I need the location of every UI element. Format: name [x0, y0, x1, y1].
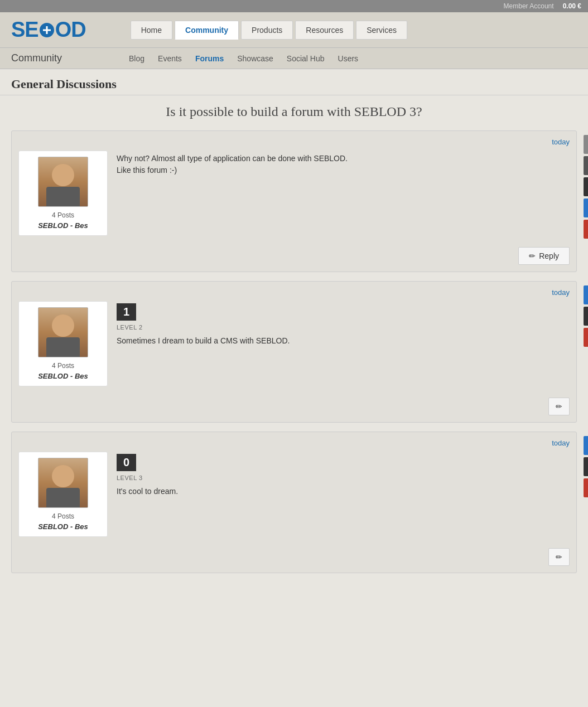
- nav-tab-home[interactable]: Home: [131, 21, 172, 40]
- post-3-edit-pencil-button[interactable]: ✏: [548, 548, 570, 566]
- post-1-bookmark-button[interactable]: ⚑: [584, 156, 588, 175]
- post-3-author-panel: 4 Posts SEBLOD - Bes: [18, 452, 108, 537]
- post-3-delete-button[interactable]: ✕: [584, 478, 588, 497]
- post-1-eye-button[interactable]: ◉: [584, 177, 588, 196]
- post-3-content: 0 Level 3 It's cool to dream.: [117, 452, 570, 537]
- post-3-eye-button[interactable]: ◉: [584, 457, 588, 476]
- post-2-delete-button[interactable]: ✕: [584, 328, 588, 347]
- post-3-date: today: [18, 439, 570, 447]
- post-1-footer: ✏ Reply: [18, 243, 570, 265]
- sub-nav-users[interactable]: Users: [338, 54, 359, 63]
- post-1-edit-button[interactable]: ✎: [584, 198, 588, 217]
- page-content: General Discussions Is it possible to bu…: [0, 69, 588, 707]
- nav-tab-community[interactable]: Community: [175, 21, 239, 40]
- post-2-author-panel: 4 Posts SEBLOD - Bes: [18, 301, 108, 386]
- top-bar: Member Account 0.00 €: [0, 0, 588, 12]
- post-card-2: today 4 Posts SEBLOD - Bes 1 Level 2: [11, 281, 577, 423]
- post-2-edit-button[interactable]: ✎: [584, 285, 588, 304]
- sub-nav-forums[interactable]: Forums: [195, 54, 224, 63]
- post-2-footer: ✏: [18, 393, 570, 415]
- post-1-body: 4 Posts SEBLOD - Bes Why not? Almost all…: [18, 151, 570, 236]
- post-1-text-line2: Like this forum :-): [117, 164, 570, 176]
- logo-icon: [40, 23, 54, 37]
- post-3-side-actions: ✎ ◉ ✕: [584, 436, 588, 497]
- post-3-footer: ✏: [18, 544, 570, 566]
- nav-tab-products[interactable]: Products: [241, 21, 293, 40]
- post-1-date: today: [18, 138, 570, 146]
- sub-nav-title: Community: [11, 52, 62, 64]
- post-2-level-label: Level 2: [117, 324, 570, 331]
- post-1-author-name: SEBLOD - Bes: [38, 221, 88, 230]
- balance-display: 0.00 €: [563, 2, 581, 10]
- post-1-avatar-face: [38, 157, 88, 206]
- post-3-author-name: SEBLOD - Bes: [38, 522, 88, 531]
- section-title: General Discussions: [0, 69, 588, 95]
- sub-nav-showcase[interactable]: Showcase: [237, 54, 273, 63]
- post-1-content: Why not? Almost all type of application …: [117, 151, 570, 236]
- post-3-body: 4 Posts SEBLOD - Bes 0 Level 3 It's cool…: [18, 452, 570, 537]
- post-2-side-actions: ✎ ◉ ✕: [584, 285, 588, 347]
- nav-tab-services[interactable]: Services: [356, 21, 407, 40]
- site-logo[interactable]: SEOD: [11, 18, 86, 42]
- post-3-text: It's cool to dream.: [117, 486, 570, 497]
- post-2-avatar: [38, 307, 88, 357]
- post-2-level-badge: 1: [117, 303, 136, 321]
- nav-tab-resources[interactable]: Resources: [295, 21, 354, 40]
- logo-text-se: SE: [11, 18, 38, 42]
- post-3-level-badge: 0: [117, 454, 136, 471]
- sub-nav-links: Blog Events Forums Showcase Social Hub U…: [129, 54, 358, 63]
- post-1-author-posts: 4 Posts: [52, 211, 74, 219]
- sub-nav-socialhub[interactable]: Social Hub: [287, 54, 325, 63]
- reply-label: Reply: [539, 251, 559, 260]
- logo-text-od: OD: [55, 18, 86, 42]
- post-1-side-actions: ↗ ⚑ ◉ ✎ ✕: [584, 135, 588, 239]
- thread-container: Is it possible to build a forum with SEB…: [0, 95, 588, 591]
- post-2-avatar-face: [38, 308, 88, 357]
- sub-nav-blog[interactable]: Blog: [129, 54, 144, 63]
- post-1-share-button[interactable]: ↗: [584, 135, 588, 154]
- sub-nav: Community Blog Events Forums Showcase So…: [0, 48, 588, 69]
- post-3-avatar-face: [38, 458, 88, 507]
- sub-nav-events[interactable]: Events: [158, 54, 182, 63]
- post-2-content: 1 Level 2 Sometimes I dream to build a C…: [117, 301, 570, 386]
- main-nav-tabs: Home Community Products Resources Servic…: [131, 21, 407, 40]
- post-2-eye-button[interactable]: ◉: [584, 307, 588, 326]
- post-1-text-line1: Why not? Almost all type of application …: [117, 153, 570, 164]
- post-2-edit-pencil-button[interactable]: ✏: [548, 398, 570, 415]
- post-2-author-name: SEBLOD - Bes: [38, 372, 88, 380]
- thread-title: Is it possible to build a forum with SEB…: [11, 104, 577, 119]
- main-nav: SEOD Home Community Products Resources S…: [0, 12, 588, 48]
- post-3-level-label: Level 3: [117, 474, 570, 481]
- post-2-author-posts: 4 Posts: [52, 362, 74, 370]
- post-3-author-posts: 4 Posts: [52, 512, 74, 520]
- post-3-avatar: [38, 458, 88, 508]
- post-1-delete-button[interactable]: ✕: [584, 220, 588, 239]
- reply-button[interactable]: ✏ Reply: [518, 247, 570, 265]
- post-card-3: today 4 Posts SEBLOD - Bes 0 Level 3: [11, 432, 577, 573]
- post-2-text: Sometimes I dream to build a CMS with SE…: [117, 335, 570, 347]
- post-2-body: 4 Posts SEBLOD - Bes 1 Level 2 Sometimes…: [18, 301, 570, 386]
- post-1-author-panel: 4 Posts SEBLOD - Bes: [18, 151, 108, 236]
- reply-pencil-icon: ✏: [529, 251, 536, 260]
- post-card-1: today 4 Posts SEBLOD - Bes Why not? Almo…: [11, 130, 577, 272]
- post-2-date: today: [18, 288, 570, 297]
- post-3-edit-button[interactable]: ✎: [584, 436, 588, 455]
- post-1-avatar: [38, 157, 88, 207]
- account-label[interactable]: Member Account: [504, 2, 554, 10]
